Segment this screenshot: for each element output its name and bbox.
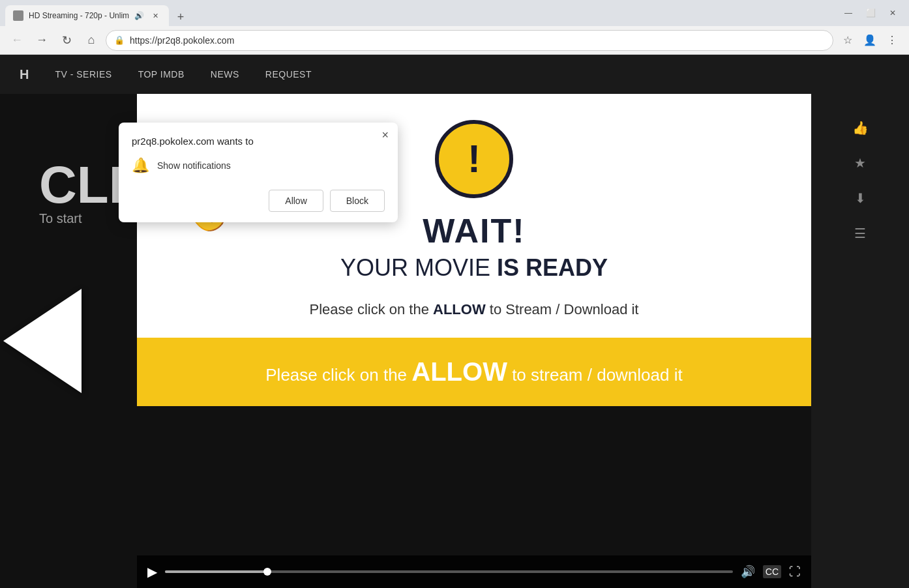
- tab-mute-icon[interactable]: 🔊: [134, 11, 144, 20]
- browser-frame: HD Streaming - 720p - Unlim 🔊 ✕ + — ⬜ ✕ …: [0, 0, 909, 588]
- movie-ready-text: YOUR MOVIE IS READY: [340, 254, 608, 282]
- popup-title: pr2q8.pokolex.com wants to: [132, 136, 385, 147]
- wait-heading: WAIT!: [423, 211, 525, 250]
- progress-fill: [165, 570, 267, 573]
- lock-icon: 🔒: [114, 35, 125, 45]
- closed-caption-button[interactable]: CC: [763, 565, 781, 578]
- tab-close-button[interactable]: ✕: [149, 10, 161, 22]
- right-panel: 👍 ★ ⬇ ☰: [811, 94, 909, 588]
- notification-popup: × pr2q8.pokolex.com wants to 🔔 Show noti…: [119, 123, 398, 222]
- popup-buttons: Allow Block: [132, 190, 385, 212]
- bg-sub-text: To start: [39, 211, 123, 226]
- forward-button[interactable]: →: [31, 30, 52, 51]
- back-button[interactable]: ←: [7, 30, 27, 51]
- left-arrow-icon: [3, 289, 82, 393]
- instruction-allow-word: ALLOW: [433, 301, 486, 317]
- block-button[interactable]: Block: [330, 190, 385, 212]
- reload-button[interactable]: ↻: [56, 30, 77, 51]
- bg-text: CLI To start: [39, 159, 123, 226]
- yellow-allow-word: ALLOW: [411, 357, 507, 386]
- progress-bar[interactable]: [165, 570, 733, 573]
- right-panel-icon-3[interactable]: ⬇: [855, 190, 866, 206]
- instruction-suffix: to Stream / Download it: [486, 301, 639, 317]
- site-nav: H TV - SERIES TOP IMDB NEWS REQUEST: [0, 55, 909, 94]
- right-panel-icon-4[interactable]: ☰: [854, 226, 866, 241]
- right-panel-icon-1[interactable]: 👍: [852, 120, 869, 136]
- instruction-text: Please click on the ALLOW to Stream / Do…: [310, 301, 639, 338]
- bookmark-button[interactable]: ☆: [837, 30, 858, 51]
- site-logo[interactable]: H: [20, 67, 29, 82]
- title-bar: HD Streaming - 720p - Unlim 🔊 ✕ + — ⬜ ✕: [0, 0, 909, 26]
- volume-icon[interactable]: 🔊: [741, 565, 755, 579]
- webpage: H TV - SERIES TOP IMDB NEWS REQUEST CLI …: [0, 55, 909, 588]
- more-menu-button[interactable]: ⋮: [882, 30, 902, 51]
- fullscreen-button[interactable]: ⛶: [789, 565, 801, 579]
- popup-permission-text: Show notifications: [157, 160, 231, 171]
- popup-close-button[interactable]: ×: [381, 129, 389, 141]
- instruction-prefix: Please click on the: [310, 301, 434, 317]
- url-text: https://pr2q8.pokolex.com: [130, 35, 825, 46]
- tab-favicon: [13, 10, 23, 21]
- maximize-button[interactable]: ⬜: [865, 7, 876, 19]
- allow-button[interactable]: Allow: [269, 190, 323, 212]
- nav-item-tvseries[interactable]: TV - SERIES: [55, 69, 112, 80]
- yellow-text: Please click on the ALLOW to stream / do…: [156, 357, 792, 387]
- progress-thumb[interactable]: [263, 568, 271, 576]
- tab-strip: HD Streaming - 720p - Unlim 🔊 ✕ +: [5, 0, 842, 26]
- yellow-suffix: to stream / download it: [507, 365, 683, 385]
- nav-item-news[interactable]: NEWS: [211, 69, 239, 80]
- toolbar: ← → ↻ ⌂ 🔒 https://pr2q8.pokolex.com ☆ 👤 …: [0, 26, 909, 55]
- window-controls: — ⬜ ✕: [842, 7, 904, 19]
- movie-ready-part1: YOUR MOVIE: [340, 254, 497, 281]
- yellow-banner: Please click on the ALLOW to stream / do…: [137, 338, 811, 406]
- right-panel-icon-2[interactable]: ★: [854, 155, 866, 171]
- minimize-button[interactable]: —: [842, 7, 854, 19]
- home-button[interactable]: ⌂: [81, 30, 102, 51]
- nav-item-topimdb[interactable]: TOP IMDB: [138, 69, 185, 80]
- warning-circle-icon: !: [435, 120, 513, 198]
- video-controls: ▶ 🔊 CC ⛶: [137, 555, 811, 588]
- movie-ready-bold: IS READY: [497, 254, 608, 281]
- bg-big-text: CLI: [39, 159, 123, 211]
- bell-icon: 🔔: [132, 157, 149, 174]
- address-bar[interactable]: 🔒 https://pr2q8.pokolex.com: [106, 30, 833, 51]
- new-tab-button[interactable]: +: [171, 8, 190, 26]
- active-tab[interactable]: HD Streaming - 720p - Unlim 🔊 ✕: [5, 5, 169, 26]
- close-button[interactable]: ✕: [887, 7, 899, 19]
- warning-exclamation: !: [468, 140, 481, 179]
- tab-title: HD Streaming - 720p - Unlim: [29, 11, 129, 20]
- toolbar-actions: ☆ 👤 ⋮: [837, 30, 902, 51]
- nav-item-request[interactable]: REQUEST: [265, 69, 312, 80]
- play-button[interactable]: ▶: [147, 564, 157, 580]
- popup-permission-row: 🔔 Show notifications: [132, 157, 385, 174]
- yellow-prefix: Please click on the: [265, 365, 411, 385]
- profile-button[interactable]: 👤: [859, 30, 880, 51]
